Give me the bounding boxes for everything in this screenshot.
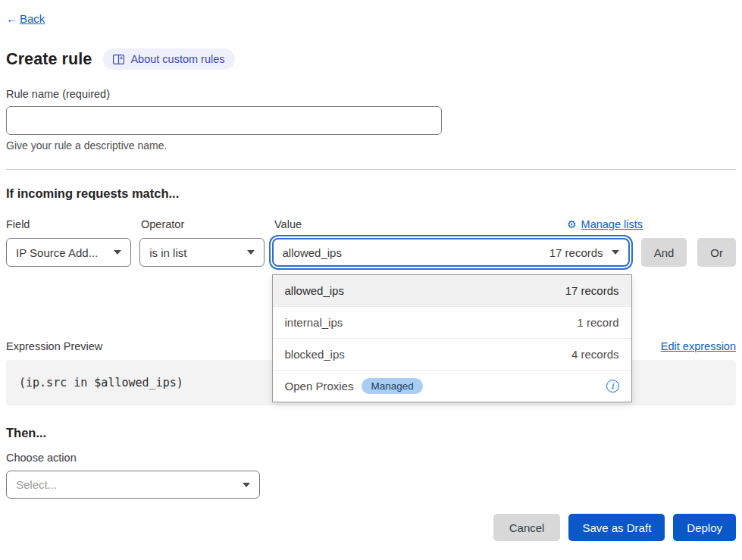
about-custom-rules-link[interactable]: About custom rules [103, 48, 234, 70]
list-item-open-proxies[interactable]: Open Proxies Managed i [273, 370, 631, 402]
chevron-down-icon [114, 250, 121, 255]
back-arrow-icon: ← [6, 12, 17, 25]
back-link[interactable]: ← Back [6, 12, 45, 25]
footer-actions: Cancel Save as Draft Deploy [6, 514, 736, 541]
info-icon[interactable]: i [606, 380, 619, 393]
deploy-button[interactable]: Deploy [673, 514, 736, 541]
list-item-name: blocked_ips [285, 348, 345, 361]
or-button[interactable]: Or [697, 238, 736, 267]
managed-badge: Managed [362, 378, 422, 394]
choose-action-label: Choose action [6, 452, 736, 464]
condition-row: IP Source Add... is in list allowed_ips … [6, 238, 736, 267]
list-item-blocked-ips[interactable]: blocked_ips 4 records [273, 338, 631, 370]
field-select-value: IP Source Add... [16, 246, 98, 259]
list-dropdown-panel: allowed_ips 17 records internal_ips 1 re… [272, 274, 632, 402]
manage-lists-label: Manage lists [581, 218, 643, 230]
title-row: Create rule About custom rules [6, 48, 736, 70]
section-divider [6, 169, 736, 170]
chevron-down-icon [612, 250, 619, 255]
action-select[interactable]: Select... [6, 471, 260, 499]
condition-labels-row: Field Operator Value ⚙ Manage lists [6, 218, 736, 230]
about-custom-rules-label: About custom rules [130, 53, 224, 65]
value-select[interactable]: allowed_ips 17 records [272, 238, 630, 267]
book-icon [113, 55, 124, 64]
expression-preview-label: Expression Preview [6, 340, 102, 352]
value-select-value: allowed_ips [283, 246, 342, 259]
rule-name-input[interactable] [6, 106, 442, 135]
list-item-name: Open Proxies [285, 380, 354, 393]
edit-expression-link[interactable]: Edit expression [661, 340, 736, 352]
list-item-record-count: 17 records [565, 284, 619, 297]
and-button[interactable]: And [641, 238, 687, 267]
list-item-record-count: 4 records [571, 348, 619, 361]
list-item-name: allowed_ips [285, 284, 344, 297]
page-title: Create rule [6, 50, 92, 69]
rule-name-label: Rule name (required) [6, 88, 736, 100]
value-label: Value [274, 218, 302, 230]
operator-select-value: is in list [149, 246, 186, 259]
back-label: Back [20, 12, 45, 25]
operator-select[interactable]: is in list [139, 238, 264, 267]
field-label: Field [6, 218, 141, 230]
list-item-record-count: 1 record [578, 316, 619, 329]
match-section-heading: If incoming requests match... [6, 186, 736, 201]
gear-icon: ⚙ [567, 219, 577, 230]
cancel-button[interactable]: Cancel [493, 514, 561, 541]
expression-code: (ip.src in $allowed_ips) [19, 376, 183, 389]
chevron-down-icon [247, 250, 255, 255]
operator-label: Operator [141, 218, 274, 230]
value-select-wrapper: allowed_ips 17 records allowed_ips 17 re… [272, 238, 630, 267]
rule-name-helper: Give your rule a descriptive name. [6, 139, 736, 152]
value-select-record-count: 17 records [549, 246, 603, 259]
list-item-name: internal_ips [285, 316, 343, 329]
action-select-placeholder: Select... [16, 478, 57, 491]
then-section-heading: Then... [6, 426, 736, 440]
manage-lists-link[interactable]: ⚙ Manage lists [567, 218, 643, 230]
chevron-down-icon [243, 483, 250, 487]
list-item-allowed-ips[interactable]: allowed_ips 17 records [273, 275, 631, 306]
save-as-draft-button[interactable]: Save as Draft [568, 514, 665, 541]
create-rule-page: ← Back Create rule About custom rules Ru… [0, 0, 742, 541]
list-item-internal-ips[interactable]: internal_ips 1 record [273, 306, 631, 338]
field-select[interactable]: IP Source Add... [6, 238, 131, 267]
